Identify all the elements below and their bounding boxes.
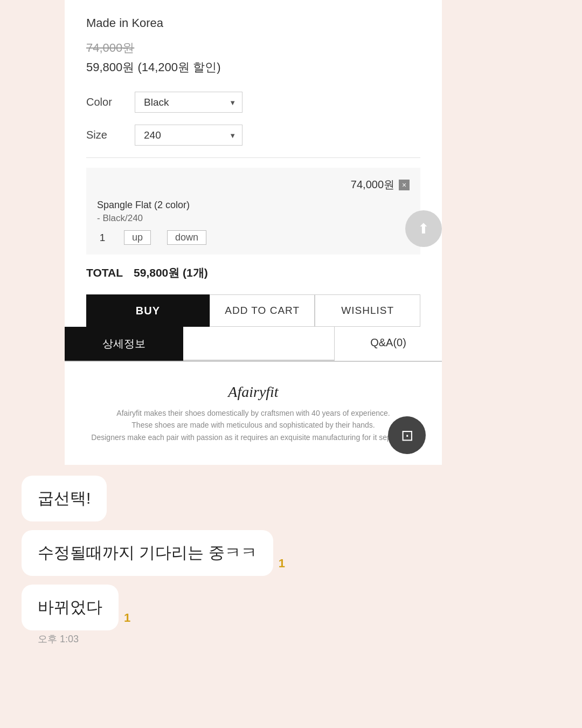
qty-down-button[interactable]: down: [167, 230, 206, 245]
chat-bubble-2: 수정될때까지 기다리는 중ㅋㅋ: [22, 530, 273, 576]
chat-message-1: 굽선택!: [22, 476, 560, 521]
item-price: 74,000원: [351, 177, 394, 192]
divider: [86, 157, 420, 158]
chat-message-3-row: 바뀌었다 1 오후 1:03: [22, 585, 560, 645]
tabs-row: 상세정보 Q&A(0): [65, 327, 442, 362]
total-value: 59,800원 (1개): [134, 265, 208, 280]
tab-detail[interactable]: 상세정보: [65, 327, 183, 361]
total-row: TOTAL 59,800원 (1개): [86, 265, 420, 280]
qty-up-button[interactable]: up: [124, 230, 151, 245]
action-buttons: BUY ADD TO CART WISHLIST: [86, 294, 420, 327]
brand-desc-1: Afairyfit makes their shoes domestically…: [86, 407, 420, 419]
product-summary: 74,000원 × Spangle Flat (2 color) - Black…: [86, 168, 420, 255]
made-in-label: Made in Korea: [86, 16, 420, 30]
share-icon: ⬆: [418, 221, 429, 237]
tab-middle-spacer: [183, 327, 334, 361]
color-label: Color: [86, 96, 135, 108]
share-button[interactable]: ⬆: [405, 210, 442, 247]
ocr-button[interactable]: ⊡: [388, 416, 426, 454]
color-select-wrapper[interactable]: Black: [135, 92, 242, 113]
brand-section: Afairyfit Afairyfit makes their shoes do…: [65, 362, 442, 465]
product-card: Made in Korea 74,000원 59,800원 (14,200원 할…: [65, 0, 442, 327]
chat-message-2-row: 수정될때까지 기다리는 중ㅋㅋ 1: [22, 530, 560, 576]
tab-qa[interactable]: Q&A(0): [334, 327, 442, 361]
chat-area: 굽선택! 수정될때까지 기다리는 중ㅋㅋ 1 바뀌었다 1 오후 1:03: [0, 465, 582, 656]
chat-bubble-3-row: 바뀌었다 1: [22, 585, 560, 630]
brand-desc-3: Designers make each pair with passion as…: [86, 431, 420, 443]
size-select-wrapper[interactable]: 240: [135, 125, 242, 146]
ocr-icon: ⊡: [401, 427, 413, 444]
brand-desc-2: These shoes are made with meticulous and…: [86, 419, 420, 431]
item-name: Spangle Flat (2 color): [97, 200, 410, 211]
item-price-line: 74,000원 ×: [97, 177, 410, 192]
size-select[interactable]: 240: [135, 125, 242, 146]
chat-count-2: 1: [279, 557, 285, 571]
chat-time-3: 오후 1:03: [38, 633, 560, 645]
original-price: 74,000원: [86, 40, 420, 56]
buy-button[interactable]: BUY: [86, 294, 210, 327]
qty-row: 1 up down: [97, 230, 410, 245]
remove-item-button[interactable]: ×: [399, 180, 410, 190]
chat-bubble-1: 굽선택!: [22, 476, 107, 521]
add-to-cart-button[interactable]: ADD TO CART: [210, 294, 315, 327]
item-variant: - Black/240: [97, 213, 410, 224]
brand-name: Afairyfit: [86, 383, 420, 401]
size-row: Size 240: [86, 125, 420, 146]
color-row: Color Black: [86, 92, 420, 113]
size-label: Size: [86, 129, 135, 141]
chat-bubble-3: 바뀌었다: [22, 585, 119, 630]
total-label: TOTAL: [86, 266, 123, 279]
chat-count-3: 1: [124, 611, 130, 625]
qty-value: 1: [97, 232, 108, 244]
color-select[interactable]: Black: [135, 92, 242, 113]
sale-price: 59,800원 (14,200원 할인): [86, 59, 420, 75]
wishlist-button[interactable]: WISHLIST: [315, 294, 420, 327]
